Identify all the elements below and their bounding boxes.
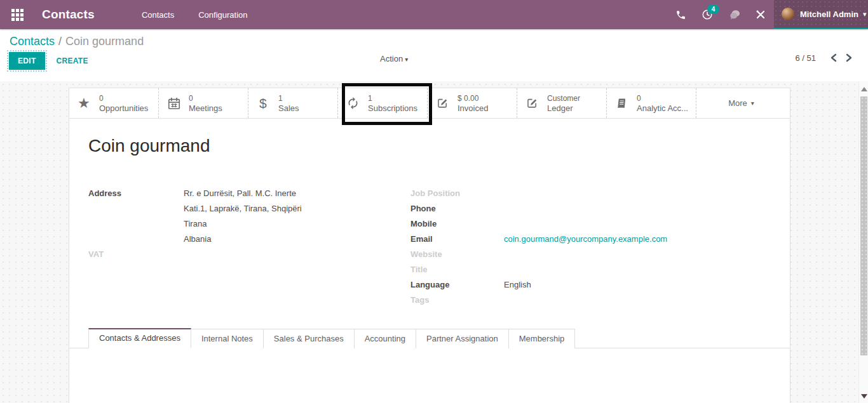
address-line: Kati.1, Laprakë, Tirana, Shqipëri	[184, 201, 302, 216]
apps-grid-icon	[11, 9, 24, 21]
create-button[interactable]: CREATE	[57, 56, 88, 65]
stat-label: Invoiced	[458, 103, 488, 113]
stat-value: $ 0.00	[458, 94, 488, 103]
field-label-tags: Tags	[410, 293, 504, 308]
app-menu: Contacts Configuration	[130, 0, 260, 29]
calendar-icon	[167, 96, 189, 110]
chat-bubbles-icon	[728, 10, 740, 20]
stat-button-invoiced[interactable]: $ 0.00Invoiced	[428, 88, 517, 118]
activities-button[interactable]: 4	[694, 0, 721, 29]
notebook-tabs: Contacts & Addresses Internal Notes Sale…	[69, 328, 790, 348]
content-area: ★ 0Opportunities 0Meetings $ 1Sales 1Sub…	[0, 81, 868, 403]
tab-partner-assignation[interactable]: Partner Assignation	[416, 329, 509, 348]
tab-membership[interactable]: Membership	[509, 329, 576, 348]
pager-previous-button[interactable]	[826, 52, 841, 63]
app-title[interactable]: Contacts	[42, 8, 95, 22]
pager-value: 6 / 51	[795, 53, 816, 63]
user-name: Mitchell Admin	[800, 10, 858, 19]
edit-square-icon	[436, 96, 458, 110]
breadcrumb: Contacts/Coin gourmand	[0, 29, 868, 48]
more-label: More	[728, 98, 747, 108]
tools-icon	[756, 10, 766, 20]
scrollbar[interactable]	[858, 81, 868, 403]
stat-label: Subscriptions	[368, 103, 417, 113]
top-nav-bar: Contacts Contacts Configuration 4	[0, 0, 868, 29]
activity-count-badge: 4	[707, 4, 719, 14]
stat-button-analytic-accounts[interactable]: 0Analytic Acc...	[607, 88, 696, 118]
scrollbar-thumb[interactable]	[860, 96, 867, 355]
field-label-mobile: Mobile	[410, 216, 504, 232]
chevron-down-icon: ▾	[751, 100, 754, 107]
field-label-vat: VAT	[88, 247, 184, 262]
address-line: Tirana	[184, 216, 302, 232]
breadcrumb-contacts-link[interactable]: Contacts	[10, 35, 55, 48]
field-label-job-position: Job Position	[410, 186, 504, 201]
email-link[interactable]: coin.gourmand@yourcompany.example.com	[504, 234, 667, 244]
book-icon	[615, 96, 637, 110]
contact-name: Coin gourmand	[88, 136, 790, 156]
star-icon: ★	[78, 95, 99, 112]
chevron-right-icon	[845, 53, 853, 62]
chevron-left-icon	[830, 53, 837, 62]
stat-button-subscriptions[interactable]: 1Subscriptions	[338, 88, 428, 118]
stat-button-row: ★ 0Opportunities 0Meetings $ 1Sales 1Sub…	[69, 88, 790, 119]
address-line: Albania	[184, 232, 302, 247]
messages-button[interactable]	[721, 0, 747, 29]
field-label-language: Language	[410, 277, 504, 293]
phone-icon	[675, 10, 686, 20]
stat-label: Sales	[278, 103, 299, 113]
contact-form-sheet: ★ 0Opportunities 0Meetings $ 1Sales 1Sub…	[69, 88, 790, 403]
stat-value: 0	[189, 94, 222, 103]
field-label-address: Address	[88, 186, 184, 247]
user-menu[interactable]: Mitchell Admin ▾	[774, 0, 868, 29]
stat-value: 0	[637, 94, 688, 103]
tab-internal-notes[interactable]: Internal Notes	[191, 329, 264, 348]
address-line: Rr. e Durrësit, Pall. M.C. Inerte	[184, 186, 302, 201]
stat-label: Ledger	[547, 103, 580, 113]
stat-label: Opportunities	[99, 103, 148, 113]
contact-fields: Address Rr. e Durrësit, Pall. M.C. Inert…	[69, 186, 790, 308]
breadcrumb-separator: /	[58, 35, 62, 48]
stat-label: Meetings	[189, 103, 222, 113]
apps-menu-button[interactable]	[10, 7, 25, 22]
stat-value: 1	[368, 94, 417, 103]
field-label-title: Title	[410, 262, 504, 277]
stat-button-sales[interactable]: $ 1Sales	[248, 88, 338, 118]
stat-value: 1	[278, 94, 299, 103]
systray: 4	[667, 0, 774, 29]
tab-content-empty	[69, 348, 790, 399]
pager: 6 / 51	[795, 52, 857, 63]
stat-button-meetings[interactable]: 0Meetings	[159, 88, 248, 118]
breadcrumb-current: Coin gourmand	[65, 35, 144, 48]
stat-label: Analytic Acc...	[637, 103, 688, 113]
menu-item-contacts[interactable]: Contacts	[130, 10, 186, 20]
edit-button[interactable]: EDIT	[9, 52, 45, 70]
field-label-email: Email	[410, 232, 504, 247]
tab-accounting[interactable]: Accounting	[355, 329, 416, 348]
action-dropdown[interactable]: Action▾	[380, 54, 408, 63]
menu-item-configuration[interactable]: Configuration	[186, 10, 259, 20]
refresh-icon	[346, 96, 368, 110]
tools-button[interactable]	[747, 0, 774, 29]
field-label-phone: Phone	[410, 201, 504, 216]
more-button[interactable]: More▾	[696, 88, 786, 118]
control-panel: Contacts/Coin gourmand EDIT CREATE Actio…	[0, 29, 868, 81]
tab-sales-purchases[interactable]: Sales & Purchases	[264, 329, 355, 348]
scroll-down-arrow[interactable]	[861, 394, 867, 399]
field-value-address: Rr. e Durrësit, Pall. M.C. Inerte Kati.1…	[184, 186, 302, 247]
dollar-icon: $	[257, 96, 278, 111]
user-avatar	[782, 8, 794, 20]
chevron-down-icon: ▾	[405, 56, 408, 63]
stat-button-customer-ledger[interactable]: CustomerLedger	[517, 88, 607, 118]
action-label: Action	[380, 54, 403, 63]
pager-next-button[interactable]	[841, 52, 857, 63]
scroll-up-arrow[interactable]	[861, 87, 867, 91]
field-value-language: English	[504, 277, 531, 293]
stat-value: Customer	[547, 94, 580, 103]
stat-value: 0	[99, 94, 148, 103]
chevron-down-icon: ▾	[863, 10, 867, 18]
tab-contacts-addresses[interactable]: Contacts & Addresses	[88, 328, 191, 348]
stat-button-opportunities[interactable]: ★ 0Opportunities	[69, 88, 159, 118]
phone-button[interactable]	[667, 0, 694, 29]
field-label-website: Website	[410, 247, 504, 262]
